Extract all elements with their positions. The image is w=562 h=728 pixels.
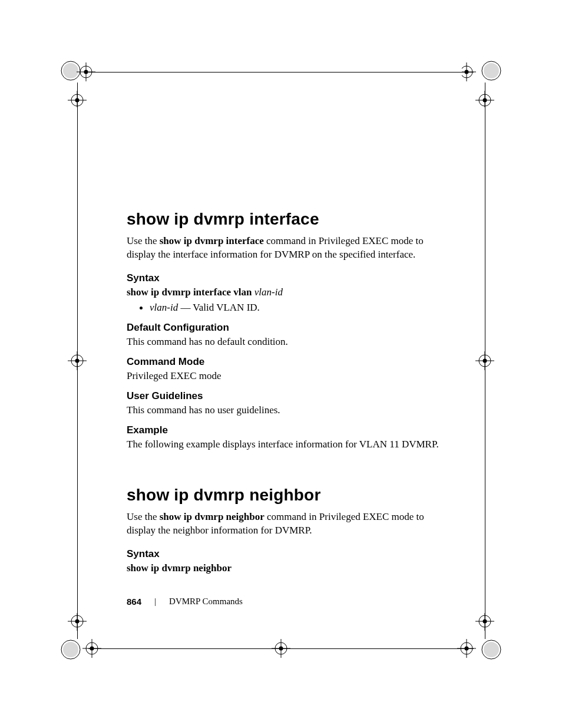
syntax-line: show ip dvmrp neighbor [127,562,445,574]
crop-line [485,83,485,639]
subheading-syntax: Syntax [127,548,445,560]
registration-mark-icon [456,613,503,672]
heading-show-ip-dvmrp-neighbor: show ip dvmrp neighbor [127,486,445,505]
subheading-example: Example [127,424,445,436]
bullet-text: vlan-id — Valid VLAN ID. [150,302,260,314]
text: Use the [127,235,160,246]
crop-line [88,648,474,649]
subheading-syntax: Syntax [127,272,445,284]
separator-icon: | [154,597,156,607]
svg-point-15 [484,63,499,78]
registration-mark-icon [59,54,100,107]
content-area: show ip dvmrp interface Use the show ip … [127,210,445,578]
body-text: Privileged EXEC mode [127,370,445,382]
registration-mark-icon [462,54,503,107]
svg-point-50 [482,640,501,659]
subheading-command-mode: Command Mode [127,356,445,368]
body-text: This command has no default condition. [127,336,445,348]
crop-line [77,83,78,639]
svg-point-3 [84,70,88,74]
bullet-icon [140,307,143,309]
body-text: The following example displays interface… [127,439,445,450]
page: show ip dvmrp interface Use the show ip … [0,0,562,728]
syntax-command: show ip dvmrp neighbor [127,562,232,574]
svg-point-37 [63,642,78,657]
syntax-line: show ip dvmrp interface vlan vlan-id [127,286,445,298]
syntax-arg: vlan-id [254,286,283,298]
svg-point-51 [484,642,499,657]
command-name: show ip dvmrp interface [160,235,264,246]
footer-title: DVMRP Commands [169,597,243,607]
registration-mark-icon [59,613,106,672]
page-number: 864 [127,597,141,607]
heading-show-ip-dvmrp-interface: show ip dvmrp interface [127,210,445,229]
crop-line [88,72,474,73]
svg-point-1 [63,63,78,78]
page-footer: 864 | DVMRP Commands [127,597,243,607]
svg-point-0 [61,61,80,80]
intro-paragraph: Use the show ip dvmrp interface command … [127,235,445,262]
bullet-item: vlan-id — Valid VLAN ID. [140,302,445,314]
syntax-command: show ip dvmrp interface vlan [127,286,254,298]
arg-name: vlan-id [150,302,178,313]
command-name: show ip dvmrp neighbor [160,511,265,522]
section-show-ip-dvmrp-neighbor: show ip dvmrp neighbor Use the show ip d… [127,486,445,574]
subheading-user-guidelines: User Guidelines [127,390,445,402]
svg-point-14 [482,61,501,80]
svg-point-36 [61,640,80,659]
text: — Valid VLAN ID. [178,302,260,313]
body-text: This command has no user guidelines. [127,404,445,416]
text: Use the [127,511,160,522]
intro-paragraph: Use the show ip dvmrp neighbor command i… [127,510,445,538]
subheading-default-configuration: Default Configuration [127,322,445,334]
